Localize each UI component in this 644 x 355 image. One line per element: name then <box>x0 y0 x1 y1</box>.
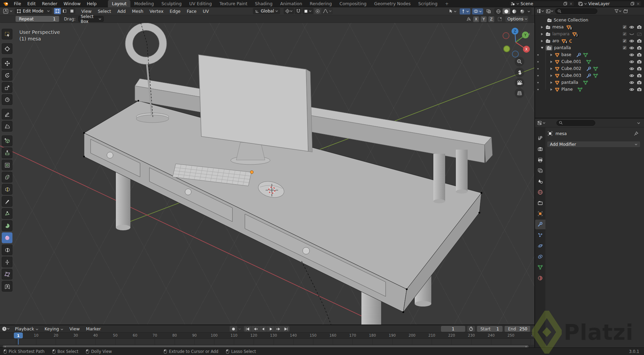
properties-tab-world[interactable] <box>535 187 545 197</box>
mirror-x-button[interactable]: X <box>473 16 479 22</box>
jump-to-end-button[interactable] <box>282 326 289 332</box>
next-keyframe-button[interactable] <box>274 326 282 332</box>
play-button[interactable] <box>267 326 274 332</box>
current-frame-field[interactable]: 1 <box>441 326 465 332</box>
camera-icon[interactable] <box>637 80 642 85</box>
viewport-menu-uv[interactable]: UV <box>200 7 212 15</box>
tool-annotate-button[interactable] <box>2 109 12 119</box>
tool-smooth-button[interactable] <box>2 232 12 243</box>
exclude-checkbox[interactable]: ✓ <box>623 39 627 43</box>
snap-target-dropdown[interactable] <box>302 8 313 14</box>
tool-poly-build-button[interactable] <box>2 208 12 219</box>
tool-cursor-button[interactable] <box>2 43 12 54</box>
show-gizmo-toggle[interactable] <box>460 8 470 15</box>
viewport-menu-add[interactable]: Add <box>114 7 129 15</box>
tool-add-cube-button[interactable] <box>2 135 12 146</box>
new-collection-button[interactable] <box>623 9 628 14</box>
tool-scale-button[interactable] <box>2 82 12 93</box>
shading-solid-button[interactable] <box>503 8 510 14</box>
tool-bevel-button[interactable] <box>2 172 12 183</box>
pan-hand-button[interactable] <box>515 68 524 77</box>
expand-arrow-icon[interactable] <box>550 74 553 77</box>
outliner-row-mesa[interactable]: mesa8✓ <box>535 24 644 30</box>
properties-tab-object[interactable] <box>535 209 545 219</box>
properties-tab-object-data[interactable] <box>535 263 545 272</box>
exclude-checkbox[interactable]: ✓ <box>623 32 627 36</box>
properties-tab-physics[interactable] <box>535 241 545 251</box>
new-view-layer-icon[interactable] <box>631 2 634 6</box>
timeline-ruler[interactable]: 1 ‹ 102030405060708090100110120130140150… <box>0 332 534 339</box>
workspace-tab-rendering[interactable]: Rendering <box>306 0 336 7</box>
viewport-menu-mesh[interactable]: Mesh <box>129 7 146 15</box>
camera-icon[interactable] <box>637 87 642 91</box>
eye-icon[interactable] <box>629 32 634 36</box>
expand-arrow-icon[interactable] <box>550 60 553 63</box>
workspace-tab-shading[interactable]: Shading <box>251 0 276 7</box>
options-chevron[interactable] <box>637 122 640 124</box>
object-visibility-dropdown[interactable] <box>447 8 458 15</box>
expand-arrow-icon[interactable] <box>541 26 543 29</box>
proportional-editing-button[interactable] <box>314 8 321 14</box>
tool-move-button[interactable] <box>2 58 12 69</box>
expand-arrow-icon[interactable] <box>550 67 553 70</box>
eye-icon[interactable] <box>629 25 634 29</box>
outliner-row-pantalla[interactable]: pantalla <box>535 79 644 86</box>
navigation-gizmo[interactable]: Z Y X <box>499 27 532 60</box>
outliner-row-aro[interactable]: aro4✓ <box>535 37 644 44</box>
frame-start-field[interactable]: Start1 <box>477 326 503 332</box>
collapse-arrow-icon[interactable] <box>541 46 544 49</box>
properties-tab-scene[interactable] <box>535 177 545 186</box>
eye-icon[interactable] <box>629 67 634 71</box>
timeline-menu-marker[interactable]: Marker <box>83 325 104 332</box>
viewport-menu-select[interactable]: Select <box>95 7 114 15</box>
filter-dropdown[interactable] <box>614 9 622 13</box>
editor-type-button[interactable] <box>537 121 545 125</box>
exclude-checkbox[interactable]: ✓ <box>623 25 627 29</box>
playhead[interactable]: 1 <box>14 332 23 338</box>
camera-icon[interactable] <box>637 60 642 64</box>
tool-shear-button[interactable] <box>2 269 12 279</box>
xray-toggle[interactable] <box>485 8 493 15</box>
edge-select-mode-button[interactable] <box>61 8 68 14</box>
properties-tab-collection[interactable] <box>535 198 545 208</box>
menu-window[interactable]: Window <box>61 0 84 7</box>
remove-view-layer-icon[interactable]: × <box>636 1 641 6</box>
menu-render[interactable]: Render <box>39 0 61 7</box>
menu-edit[interactable]: Edit <box>24 0 39 7</box>
editor-type-button[interactable] <box>2 326 10 331</box>
editor-type-button[interactable] <box>536 9 544 14</box>
add-workspace-button[interactable]: + <box>441 0 452 7</box>
tool-measure-button[interactable] <box>2 121 12 132</box>
eye-icon[interactable] <box>629 81 634 85</box>
workspace-tab-sculpting[interactable]: Sculpting <box>158 0 185 7</box>
outliner-row-cube-001[interactable]: Cube.001 <box>535 58 644 65</box>
workspace-tab-modeling[interactable]: Modeling <box>130 0 158 7</box>
viewport-canvas[interactable]: User Perspective (1) mesa Z Y X <box>0 23 534 325</box>
outliner-row-plane[interactable]: Plane <box>535 86 644 93</box>
expand-arrow-icon[interactable] <box>550 53 553 56</box>
add-modifier-dropdown[interactable]: Add Modifier <box>547 141 641 148</box>
workspace-tab-scripting[interactable]: Scripting <box>414 0 441 7</box>
scene-selector[interactable]: Scene × <box>509 1 575 7</box>
transform-orientation-dropdown[interactable]: Global <box>253 8 280 14</box>
tool-knife-button[interactable] <box>2 196 12 207</box>
timeline-menu-keying[interactable]: Keying <box>42 325 66 332</box>
expand-arrow-icon[interactable] <box>541 39 543 43</box>
tool-inset-faces-button[interactable] <box>2 160 12 170</box>
prev-frame-button[interactable] <box>259 326 267 332</box>
mode-dropdown[interactable]: Edit Mode <box>15 8 52 14</box>
tool-rotate-button[interactable] <box>2 70 12 81</box>
camera-icon[interactable] <box>637 46 642 50</box>
tool-loop-cut-button[interactable] <box>2 184 12 195</box>
prev-keyframe-button[interactable] <box>251 326 259 332</box>
camera-icon[interactable] <box>637 39 642 43</box>
eye-icon[interactable] <box>629 60 634 64</box>
outliner-row-pantalla[interactable]: pantalla✓ <box>535 44 644 51</box>
tool-shrink-fatten-button[interactable] <box>2 257 12 267</box>
tool-edge-slide-button[interactable] <box>2 245 12 255</box>
vertex-select-mode-button[interactable] <box>54 8 61 14</box>
orthographic-toggle-button[interactable] <box>515 88 524 98</box>
blender-logo-icon[interactable] <box>3 1 9 6</box>
show-overlays-toggle[interactable] <box>472 8 483 15</box>
properties-tab-material[interactable] <box>535 273 545 283</box>
